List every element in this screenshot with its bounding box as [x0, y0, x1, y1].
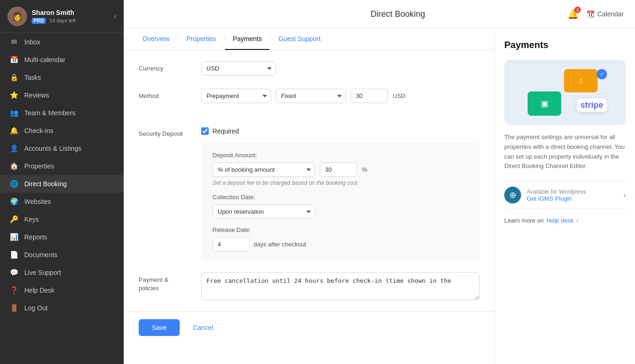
- sidebar-item-log-out[interactable]: 🚪 Log Out: [0, 299, 124, 317]
- tab-properties[interactable]: Properties: [179, 28, 224, 50]
- helpdesk-link[interactable]: Help desk: [547, 217, 574, 224]
- sidebar-item-inbox[interactable]: ✉ Inbox: [0, 33, 124, 51]
- card-orange: ↕: [564, 69, 598, 92]
- sidebar-item-accounts[interactable]: 👤 Accounts & Listings: [0, 140, 124, 157]
- required-checkbox[interactable]: [201, 127, 209, 135]
- action-row: Save Cancel: [124, 311, 494, 343]
- reports-icon: 📊: [9, 233, 19, 241]
- direct-booking-icon: 🌐: [9, 180, 19, 188]
- wordpress-row: ⊕ Available for Wordpress Get iGMS Plugi…: [504, 181, 626, 210]
- pro-badge: PRO: [32, 18, 46, 24]
- release-value-input[interactable]: [212, 237, 250, 252]
- sidebar-item-properties[interactable]: 🏠 Properties: [0, 157, 124, 175]
- sidebar-item-label: Tasks: [24, 74, 41, 81]
- sidebar-item-label: Direct Booking: [24, 180, 67, 188]
- collapse-button[interactable]: ‹: [114, 12, 116, 21]
- sidebar-item-help-desk[interactable]: ❓ Help Desk: [0, 281, 124, 299]
- sidebar-item-check-ins[interactable]: 🔔 Check-ins: [0, 122, 124, 140]
- wordpress-icon: ⊕: [504, 187, 521, 203]
- helpdesk-prefix: Learn more on: [504, 217, 544, 224]
- sidebar-item-label: Check-ins: [24, 127, 53, 134]
- collection-date-field: Collection Date: Upon reservation Upon c…: [212, 194, 468, 219]
- sidebar-item-reports[interactable]: 📊 Reports: [0, 228, 124, 246]
- sidebar-item-label: Properties: [24, 162, 54, 170]
- deposit-box: Deposit Amount: % of booking amount Fixe…: [201, 142, 480, 261]
- reviews-icon: ⭐: [9, 91, 19, 99]
- sidebar-item-multi-calendar[interactable]: 📅 Multi-calendar: [0, 51, 124, 69]
- sidebar: 👩 Sharon Smith PRO 14 days left ‹ ✉ Inbo…: [0, 0, 124, 364]
- fixed-select[interactable]: Fixed Percentage Per night: [276, 89, 346, 103]
- method-label: Method: [139, 89, 190, 99]
- wordpress-info: Available for Wordpress Get iGMS Plugin: [527, 189, 618, 202]
- sidebar-item-label: Help Desk: [24, 287, 55, 294]
- team-icon: 👥: [9, 109, 19, 117]
- cancel-button[interactable]: Cancel: [185, 319, 221, 336]
- method-row: Method Prepayment Upon arrival No paymen…: [139, 89, 480, 103]
- amount-input[interactable]: [351, 89, 388, 103]
- release-suffix: days after checkout: [254, 241, 306, 248]
- sidebar-item-live-support[interactable]: 💬 Live Support: [0, 264, 124, 281]
- method-controls: Prepayment Upon arrival No payment Fixed…: [201, 89, 480, 103]
- policy-textarea[interactable]: Free cancellation until 24 hours before …: [201, 272, 480, 300]
- right-panel-description: The payment settings are universal for a…: [504, 133, 626, 171]
- currency-label: Currency: [139, 61, 190, 72]
- user-subscription: PRO 14 days left: [32, 16, 109, 24]
- log-out-icon: 🚪: [9, 304, 19, 312]
- sidebar-item-keys[interactable]: 🔑 Keys: [0, 210, 124, 228]
- user-info: Sharon Smith PRO 14 days left: [32, 9, 109, 24]
- tab-overview[interactable]: Overview: [135, 28, 177, 50]
- calendar-icon: 📆: [586, 10, 594, 18]
- sidebar-item-team[interactable]: 👥 Team & Members: [0, 104, 124, 122]
- release-row: days after checkout: [212, 237, 468, 252]
- method-select[interactable]: Prepayment Upon arrival No payment: [201, 89, 271, 103]
- required-row: Required: [201, 127, 480, 135]
- page-title: Direct Booking: [371, 9, 425, 19]
- sidebar-item-label: Multi-calendar: [24, 56, 65, 63]
- sidebar-item-label: Accounts & Listings: [24, 145, 81, 152]
- policy-label: Payment & policies: [139, 272, 190, 293]
- security-deposit-section: Security Deposit Required Deposit Amount…: [124, 127, 494, 272]
- sidebar-item-direct-booking[interactable]: 🌐 Direct Booking: [0, 175, 124, 193]
- deposit-type-select[interactable]: % of booking amount Fixed amount: [212, 162, 315, 177]
- collection-date-label: Collection Date:: [212, 194, 468, 201]
- sidebar-item-label: Inbox: [24, 38, 40, 46]
- sidebar-item-label: Reviews: [24, 91, 49, 99]
- sidebar-item-tasks[interactable]: 🔒 Tasks: [0, 69, 124, 86]
- notification-button[interactable]: 🔔 1: [567, 8, 579, 20]
- sidebar-item-label: Reports: [24, 233, 47, 241]
- tab-payments[interactable]: Payments: [225, 28, 269, 50]
- live-support-icon: 💬: [9, 268, 19, 277]
- help-desk-icon: ❓: [9, 286, 19, 294]
- wordpress-arrow-icon: ›: [623, 191, 626, 199]
- sidebar-item-websites[interactable]: 🌍 Websites: [0, 193, 124, 210]
- currency-select[interactable]: USD EUR GBP AUD CAD: [201, 61, 276, 76]
- calendar-button[interactable]: 📆 Calendar: [586, 10, 624, 18]
- required-label: Required: [212, 127, 239, 135]
- deposit-value-input[interactable]: [320, 162, 357, 177]
- calendar-icon: 📅: [9, 56, 19, 64]
- documents-icon: 📄: [9, 251, 19, 259]
- release-date-field: Release Date: days after checkout: [212, 226, 468, 252]
- tasks-icon: 🔒: [9, 73, 19, 82]
- main-content: Direct Booking 🔔 1 📆 Calendar Overview |…: [124, 0, 635, 364]
- wordpress-label: Available for Wordpress: [527, 189, 618, 195]
- sidebar-item-label: Log Out: [24, 304, 48, 312]
- check-circle: ✓: [597, 69, 607, 79]
- sidebar-item-reviews[interactable]: ⭐ Reviews: [0, 86, 124, 104]
- stripe-container: ↕ ▣ stripe ✓: [523, 69, 607, 116]
- sidebar-item-documents[interactable]: 📄 Documents: [0, 246, 124, 264]
- user-profile[interactable]: 👩 Sharon Smith PRO 14 days left ‹: [0, 0, 124, 33]
- tab-guest-support[interactable]: Guest Support: [271, 28, 328, 50]
- form-area: Overview | Properties | Payments | Guest…: [124, 28, 495, 364]
- card-green-icon: ▣: [541, 98, 549, 109]
- save-button[interactable]: Save: [139, 319, 180, 336]
- user-name: Sharon Smith: [32, 9, 109, 16]
- websites-icon: 🌍: [9, 197, 19, 206]
- security-deposit-label: Security Deposit: [139, 127, 190, 137]
- stripe-graphic: ↕ ▣ stripe ✓: [504, 60, 626, 125]
- wordpress-plugin-link[interactable]: Get iGMS Plugin: [527, 195, 618, 202]
- collection-date-select[interactable]: Upon reservation Upon check-in Upon chec…: [212, 204, 315, 219]
- sidebar-item-label: Team & Members: [24, 109, 76, 117]
- policy-row: Payment & policies Free cancellation unt…: [139, 272, 480, 300]
- card-orange-icon: ↕: [579, 76, 583, 86]
